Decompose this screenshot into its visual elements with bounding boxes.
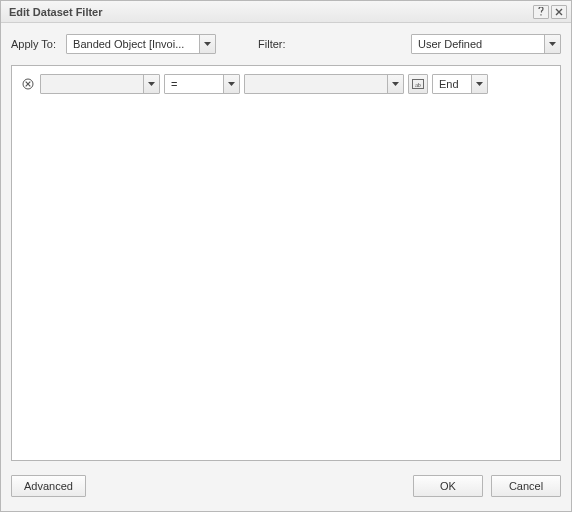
filter-label: Filter:: [258, 38, 286, 50]
dialog-title: Edit Dataset Filter: [9, 6, 531, 18]
filter-combo[interactable]: User Defined: [411, 34, 561, 54]
value-dropdown-button[interactable]: [387, 75, 403, 93]
field-dropdown-button[interactable]: [143, 75, 159, 93]
operator-value: =: [165, 75, 223, 93]
expression-button[interactable]: ab: [408, 74, 428, 94]
apply-to-value: Banded Object [Invoi...: [67, 35, 199, 53]
chevron-down-icon: [549, 42, 556, 46]
chevron-down-icon: [392, 82, 399, 86]
field-combo[interactable]: [40, 74, 160, 94]
button-bar: Advanced OK Cancel: [1, 471, 571, 511]
filter-area: = ab End: [11, 65, 561, 461]
remove-row-button[interactable]: [20, 76, 36, 92]
cancel-button[interactable]: Cancel: [491, 475, 561, 497]
apply-to-combo[interactable]: Banded Object [Invoi...: [66, 34, 216, 54]
filter-row: = ab End: [20, 74, 552, 94]
close-icon: [555, 8, 563, 16]
close-button[interactable]: [551, 5, 567, 19]
titlebar: Edit Dataset Filter: [1, 1, 571, 23]
apply-to-dropdown-button[interactable]: [199, 35, 215, 53]
advanced-button[interactable]: Advanced: [11, 475, 86, 497]
help-button[interactable]: [533, 5, 549, 19]
filter-value: User Defined: [412, 35, 544, 53]
operator-combo[interactable]: =: [164, 74, 240, 94]
expression-icon: ab: [412, 79, 424, 89]
help-icon: [537, 7, 545, 16]
apply-to-label: Apply To:: [11, 38, 56, 50]
chevron-down-icon: [228, 82, 235, 86]
controls-row: Apply To: Banded Object [Invoi... Filter…: [1, 23, 571, 65]
filter-dropdown-button[interactable]: [544, 35, 560, 53]
logic-value: End: [433, 75, 471, 93]
operator-dropdown-button[interactable]: [223, 75, 239, 93]
value-combo[interactable]: [244, 74, 404, 94]
dialog: Edit Dataset Filter Apply To: Banded Obj…: [0, 0, 572, 512]
chevron-down-icon: [204, 42, 211, 46]
svg-text:ab: ab: [415, 82, 421, 88]
ok-button[interactable]: OK: [413, 475, 483, 497]
logic-combo[interactable]: End: [432, 74, 488, 94]
chevron-down-icon: [148, 82, 155, 86]
remove-icon: [22, 78, 34, 90]
logic-dropdown-button[interactable]: [471, 75, 487, 93]
chevron-down-icon: [476, 82, 483, 86]
